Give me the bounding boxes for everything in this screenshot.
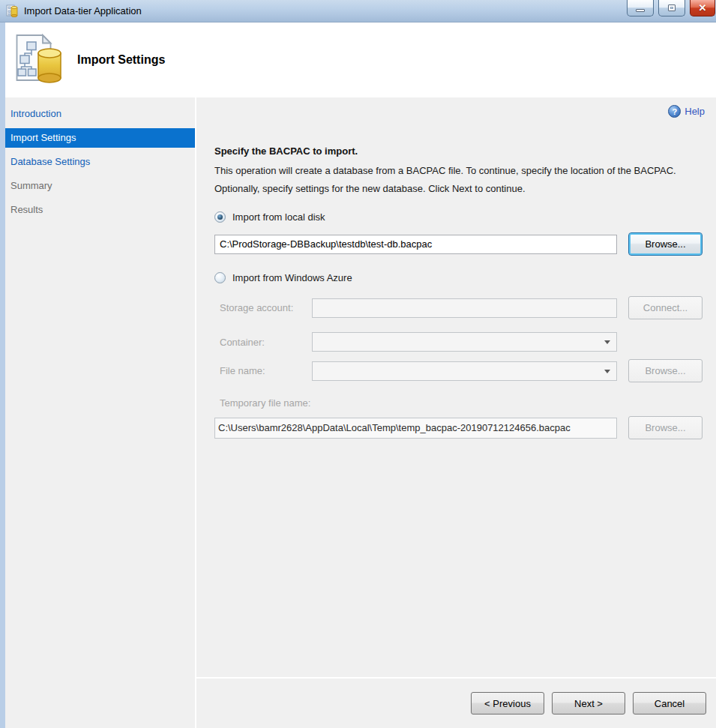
sidebar-item-introduction[interactable]: Introduction [5,104,195,124]
help-label: Help [685,106,705,117]
wizard-footer: < Previous Next > Cancel [196,679,716,728]
help-icon: ? [668,105,681,118]
minimize-icon [636,9,645,12]
maximize-button[interactable] [658,0,685,16]
cancel-button[interactable]: Cancel [633,692,706,715]
panel-description: This operation will create a database fr… [214,162,711,198]
azure-option: Import from Windows Azure [214,272,716,283]
wizard-steps-sidebar: Introduction Import Settings Database Se… [5,97,195,728]
sidebar-item-database-settings[interactable]: Database Settings [5,152,195,172]
azure-radio-label[interactable]: Import from Windows Azure [232,272,352,283]
file-name-dropdown [312,361,617,381]
window-frame-edge [0,22,5,728]
next-button[interactable]: Next > [552,692,625,715]
import-settings-icon [11,33,65,87]
temp-file-row: Browse... [214,416,716,439]
storage-account-label: Storage account: [220,302,312,313]
temp-file-label: Temporary file name: [220,397,716,409]
container-row: Container: [214,332,716,352]
azure-radio[interactable] [214,272,226,283]
maximize-icon [668,4,676,11]
storage-account-row: Storage account: Connect... [214,296,716,319]
file-name-input [312,361,617,381]
panel-heading: Specify the BACPAC to import. [214,97,716,157]
container-label: Container: [220,337,312,348]
storage-account-input [312,298,617,318]
sidebar-item-summary: Summary [5,176,195,196]
titlebar: Import Data-tier Application ✕ [0,0,716,22]
window-controls: ✕ [627,0,715,16]
app-icon [6,4,19,18]
azure-browse-button: Browse... [628,359,703,382]
local-path-row: Browse... [214,232,716,256]
temp-browse-button: Browse... [628,416,703,439]
help-link[interactable]: ? Help [668,105,705,118]
local-disk-radio[interactable] [214,211,226,223]
chevron-down-icon [604,370,610,373]
local-disk-radio-label[interactable]: Import from local disk [232,211,325,223]
wizard-header: Import Settings [5,22,716,97]
previous-button[interactable]: < Previous [471,692,544,715]
connect-button: Connect... [628,296,703,319]
sidebar-item-import-settings[interactable]: Import Settings [5,128,195,148]
import-settings-panel: ? Help Specify the BACPAC to import. Thi… [196,97,716,677]
window-title: Import Data-tier Application [24,5,627,16]
close-icon: ✕ [699,2,707,13]
temp-file-input [214,418,617,439]
close-button[interactable]: ✕ [690,0,715,16]
container-input [312,332,617,352]
import-dta-window: Import Data-tier Application ✕ [0,0,716,728]
local-disk-option: Import from local disk [214,211,716,223]
local-path-input[interactable] [214,235,617,254]
sidebar-item-results: Results [5,200,195,220]
file-name-label: File name: [220,365,312,376]
page-title: Import Settings [77,53,165,67]
chevron-down-icon [604,340,610,344]
file-name-row: File name: Browse... [214,359,716,382]
container-dropdown [312,332,617,352]
minimize-button[interactable] [627,0,654,16]
local-browse-button[interactable]: Browse... [628,232,703,256]
